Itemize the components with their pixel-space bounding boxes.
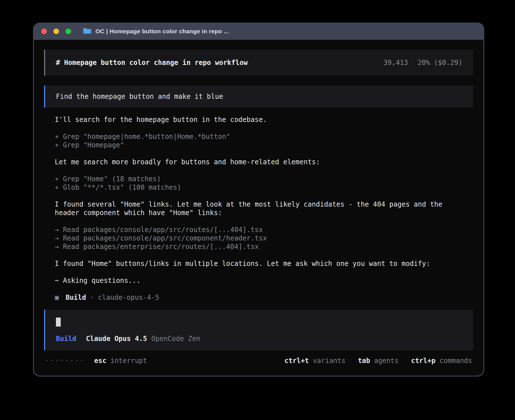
model-name: claude-opus-4-5 [98,293,159,302]
shortcut-commands: ctrl+p commands [411,356,472,365]
prompt-input[interactable]: Build Claude Opus 4.5 OpenCode Zen [44,310,473,350]
zoom-button[interactable] [66,29,71,34]
assistant-status-message: ~ Asking questions... [55,276,473,285]
tool-call: → Read packages/enterprise/src/routes/[.… [55,242,473,251]
user-message-text: Find the homepage button and make it blu… [56,92,223,101]
session-title: # Homepage button color change in repo w… [56,58,248,67]
title-group: OC | Homepage button color change in rep… [83,27,229,35]
input-cursor [56,318,61,327]
tool-call-group: → Read packages/console/app/src/routes/[… [55,226,473,251]
shortcut-esc-key: esc [94,356,106,365]
terminal-content: # Homepage button color change in repo w… [34,40,483,376]
conversation: I'll search for the homepage button in t… [44,108,473,302]
footer-right: ctrl+t variants tab agents ctrl+p comman… [284,356,472,365]
terminal-window: OC | Homepage button color change in rep… [33,23,484,377]
user-message: Find the homepage button and make it blu… [44,86,473,108]
agent-icon: ▣ [55,293,59,302]
assistant-message: I found "Home" buttons/links in multiple… [55,259,473,268]
tool-call-group: ∗ Grep "homepage|home.*button|Home.*butt… [55,132,473,149]
token-count: 39,413 [383,58,408,67]
minimize-button[interactable] [53,29,59,34]
mode-label[interactable]: Build [56,334,76,343]
tool-call: ∗ Grep "homepage|home.*button|Home.*butt… [55,132,473,141]
tool-call: ∗ Glob "**/*.tsx" (100 matches) [55,183,473,192]
footer: ········ esc interrupt ctrl+t variants t… [44,356,473,365]
model-label[interactable]: Claude Opus 4.5 [86,334,147,343]
footer-left: ········ esc interrupt [45,356,147,365]
titlebar: OC | Homepage button color change in rep… [33,23,484,40]
close-button[interactable] [41,29,47,34]
agent-name: Build [66,293,86,302]
folder-icon [83,27,91,35]
shortcut-variants: ctrl+t variants [284,356,345,365]
tool-call: ∗ Grep "Homepage" [55,141,473,149]
status-line: ▣ Build · claude-opus-4-5 [55,293,473,302]
session-stats: 39,41320% ($0.29) [383,58,462,67]
assistant-message: I'll search for the homepage button in t… [55,115,473,124]
input-meta: Build Claude Opus 4.5 OpenCode Zen [56,334,462,343]
tool-call-group: ∗ Grep "Home" (18 matches) ∗ Glob "**/*.… [55,175,473,192]
session-header: # Homepage button color change in repo w… [44,50,473,76]
tool-call: → Read packages/console/app/src/componen… [55,234,473,242]
spinner-dots: ········ [45,356,85,365]
shortcut-esc-label: interrupt [110,356,147,365]
status-separator: · [90,293,94,302]
tool-call: ∗ Grep "Home" (18 matches) [55,175,473,183]
provider-label: OpenCode Zen [151,334,200,343]
assistant-message: Let me search more broadly for buttons a… [55,158,473,166]
assistant-message: I found several "Home" links. Let me loo… [55,200,473,217]
shortcut-agents: tab agents [358,356,399,365]
context-usage: 20% ($0.29) [418,58,462,67]
traffic-lights [41,29,71,34]
tool-call: → Read packages/console/app/src/routes/[… [55,226,473,234]
window-title: OC | Homepage button color change in rep… [95,28,229,35]
